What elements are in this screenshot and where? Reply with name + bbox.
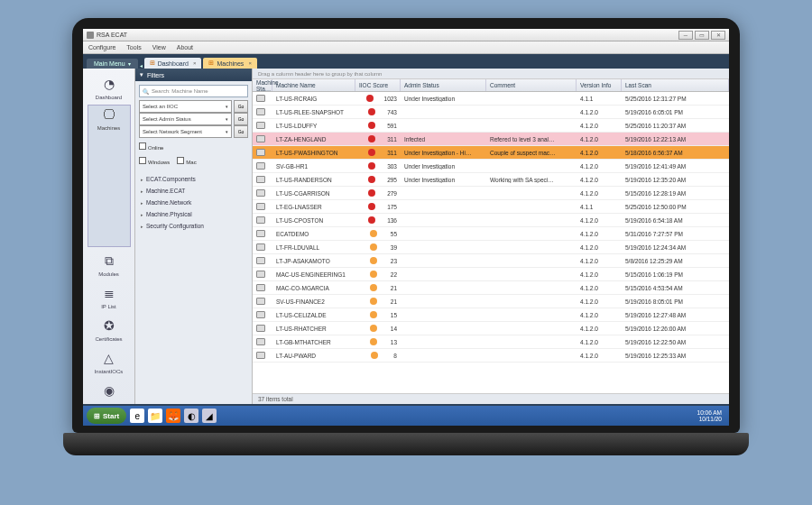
- machines-icon: 🖵: [100, 106, 118, 124]
- group-hint[interactable]: Drag a column header here to group by th…: [253, 69, 729, 79]
- table-row[interactable]: MAC-CO-MGARCIA 214.1.2.05/15/2016 4:53:5…: [253, 281, 729, 295]
- score-dot-icon: [368, 176, 375, 183]
- col-comment[interactable]: Comment: [486, 79, 577, 91]
- menu-configure[interactable]: Configure: [88, 44, 115, 50]
- sidebar-item-instantiocs[interactable]: △InstantIOCs: [88, 346, 131, 377]
- col-admin[interactable]: Admin Status: [401, 79, 486, 91]
- tab-dashboard[interactable]: ⊞Dashboard×: [144, 58, 202, 69]
- table-row[interactable]: LT-US-RCRAIG 1023Under Investigation4.1.…: [253, 92, 729, 106]
- tree-item[interactable]: ▸Machine.Physical: [139, 208, 248, 220]
- tree-item[interactable]: ▸Security Configuration: [139, 220, 248, 232]
- content-area: Drag a column header here to group by th…: [253, 69, 729, 404]
- sidebar-item-dashboard[interactable]: ◔Dashboard: [88, 72, 131, 103]
- table-row[interactable]: SV-US-FINANCE2 214.1.2.05/19/2016 8:05:0…: [253, 295, 729, 308]
- tab-machines[interactable]: ⊞Machines×: [203, 58, 256, 69]
- grid-header: Machine Sta… Machine Name IIOC Score Adm…: [253, 79, 729, 92]
- sidebar-item-item6[interactable]: ◉: [88, 379, 131, 404]
- col-status[interactable]: Machine Sta…: [253, 79, 272, 91]
- tab-prev-icon[interactable]: ◂: [140, 62, 143, 69]
- machine-icon: [256, 325, 265, 332]
- machine-icon: [256, 243, 265, 251]
- table-row[interactable]: LT-US-CGARRISON 2794.1.2.05/15/2016 12:2…: [253, 187, 729, 200]
- table-row[interactable]: LT-GB-MTHATCHER 134.1.2.05/19/2016 12:22…: [253, 335, 729, 349]
- col-lastscan[interactable]: Last Scan: [622, 79, 729, 91]
- go-button-2[interactable]: Go: [234, 125, 248, 138]
- system-tray[interactable]: 10:06 AM 10/11/20: [697, 409, 725, 422]
- table-row[interactable]: ECATDEMO 554.1.2.05/31/2016 7:27:57 PM: [253, 227, 729, 241]
- ip list-icon: ≣: [100, 284, 118, 302]
- close-button[interactable]: ✕: [711, 31, 725, 40]
- score-dot-icon: [368, 135, 375, 142]
- main-menu-button[interactable]: Main Menu ▾: [87, 59, 138, 69]
- minimize-button[interactable]: ─: [678, 31, 693, 40]
- sidebar-item-ip list[interactable]: ≣IP List: [88, 281, 131, 312]
- checkbox-mac[interactable]: Mac: [177, 157, 196, 165]
- score-dot-icon: [370, 325, 377, 332]
- maximize-button[interactable]: ▭: [695, 31, 709, 40]
- machine-icon: [256, 162, 265, 170]
- chevron-down-icon: ▾: [140, 71, 143, 78]
- start-button[interactable]: ⊞ Start: [87, 408, 126, 424]
- col-score[interactable]: IIOC Score: [355, 79, 401, 91]
- taskbar-app-explorer[interactable]: 📁: [148, 409, 162, 423]
- table-row[interactable]: LT-US-FWASHINGTON 311Under Investigation…: [253, 146, 729, 160]
- filter-select-1[interactable]: Select Admin Status▾: [139, 113, 232, 125]
- machine-icon: [256, 338, 265, 345]
- table-row[interactable]: LT-US-LDUFFY 5914.1.2.05/25/2016 11:20:3…: [253, 119, 729, 133]
- checkbox-online[interactable]: Online: [139, 142, 163, 151]
- table-row[interactable]: LT-JP-ASAKAMOTO 234.1.2.05/8/2016 12:25:…: [253, 254, 729, 268]
- machine-icon: [256, 257, 265, 264]
- search-icon: 🔍: [143, 88, 149, 95]
- sidebar-item-modules[interactable]: ⧉Modules: [88, 249, 131, 280]
- table-row[interactable]: LT-AU-PWARD 84.1.2.05/19/2016 12:25:33 A…: [253, 349, 729, 363]
- tree-item[interactable]: ▸ECAT.Components: [139, 173, 248, 185]
- tree-item[interactable]: ▸Machine.Network: [139, 197, 248, 208]
- col-name[interactable]: Machine Name: [272, 79, 355, 91]
- sidebar-item-certificates[interactable]: ✪Certificates: [88, 314, 131, 344]
- close-icon[interactable]: ×: [193, 60, 197, 66]
- filter-select-0[interactable]: Select an IIOC▾: [139, 100, 232, 113]
- menu-tools[interactable]: Tools: [126, 44, 141, 50]
- score-dot-icon: [371, 352, 378, 359]
- score-dot-icon: [368, 149, 375, 156]
- table-row[interactable]: LT-EG-LNASSER 1754.1.15/25/2016 12:50:00…: [253, 200, 729, 214]
- menu-bar: Configure Tools View About: [83, 41, 729, 54]
- window-title: RSA ECAT: [97, 32, 127, 38]
- filters-panel: ▾ Filters 🔍 Search: Machine Name Select …: [135, 69, 253, 404]
- grid-rows[interactable]: LT-US-RCRAIG 1023Under Investigation4.1.…: [253, 92, 729, 372]
- menu-about[interactable]: About: [177, 44, 193, 50]
- tree-item[interactable]: ▸Machine.ECAT: [139, 185, 248, 197]
- taskbar-app-ie[interactable]: e: [130, 409, 144, 423]
- go-button-1[interactable]: Go: [234, 113, 248, 125]
- table-row[interactable]: LT-FR-LDUVALL 394.1.2.05/19/2016 12:24:3…: [253, 241, 729, 254]
- chevron-right-icon: ▸: [141, 224, 143, 229]
- search-input[interactable]: 🔍 Search: Machine Name: [139, 85, 248, 97]
- filters-header[interactable]: ▾ Filters: [135, 69, 252, 81]
- app-icon: [87, 32, 94, 39]
- close-icon[interactable]: ×: [248, 60, 252, 66]
- score-dot-icon: [368, 203, 375, 210]
- col-version[interactable]: Version Info: [577, 79, 622, 91]
- menu-view[interactable]: View: [152, 44, 166, 50]
- table-row[interactable]: LT-ZA-HENGLAND 311InfectedRefered to lev…: [253, 133, 729, 146]
- taskbar-app-firefox[interactable]: 🦊: [166, 409, 180, 423]
- machine-icon: [256, 189, 265, 197]
- taskbar-app-ecat[interactable]: ◐: [184, 409, 198, 423]
- chevron-down-icon: ▾: [226, 104, 228, 109]
- machine-icon: [256, 149, 265, 156]
- taskbar-app-other[interactable]: ◢: [202, 409, 217, 423]
- sidebar-item-machines[interactable]: 🖵Machines: [88, 105, 131, 247]
- table-row[interactable]: LT-US-RHATCHER 144.1.2.05/19/2016 12:26:…: [253, 322, 729, 335]
- go-button-0[interactable]: Go: [234, 100, 248, 113]
- table-row[interactable]: LT-US-RLEE-SNAPSHOT 7434.1.2.05/19/2016 …: [253, 106, 729, 119]
- table-row[interactable]: LT-US-CPOSTON 1364.1.2.05/19/2016 6:54:1…: [253, 214, 729, 227]
- machine-icon: [256, 352, 265, 359]
- table-row[interactable]: LT-US-RANDERSON 295Under InvestigationWo…: [253, 173, 729, 187]
- filter-select-2[interactable]: Select Network Segment▾: [139, 125, 232, 138]
- score-dot-icon: [370, 243, 377, 251]
- score-dot-icon: [370, 311, 377, 318]
- table-row[interactable]: SV-GB-HR1 303Under Investigation4.1.2.05…: [253, 160, 729, 173]
- checkbox-windows[interactable]: Windows: [139, 157, 170, 165]
- table-row[interactable]: LT-US-CELIZALDE 154.1.2.05/19/2016 12:27…: [253, 308, 729, 322]
- table-row[interactable]: MAC-US-ENGINEERING1 224.1.2.05/15/2016 1…: [253, 268, 729, 281]
